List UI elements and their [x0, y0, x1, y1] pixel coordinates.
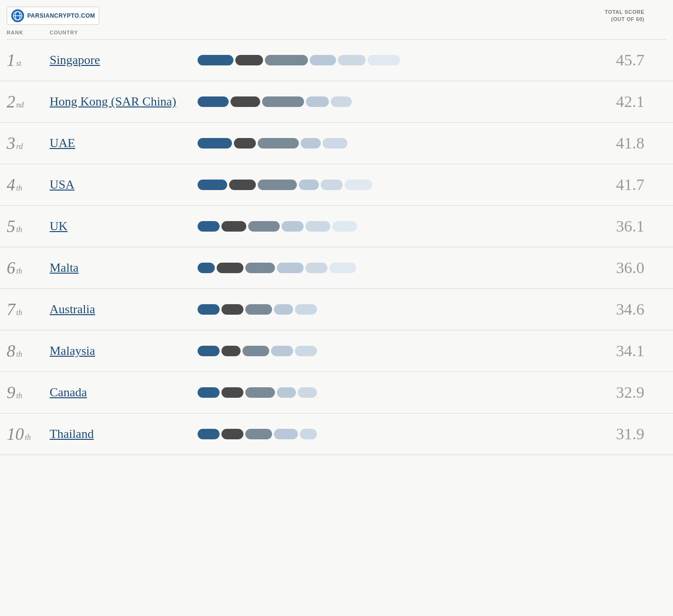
country-name[interactable]: Canada — [50, 384, 183, 401]
table-row: 5thUK36.1 — [0, 206, 673, 247]
total-score: 36.1 — [601, 217, 644, 235]
bar-segment-4 — [274, 304, 293, 315]
country-name[interactable]: USA — [50, 177, 183, 193]
rank-cell: 3rd — [7, 133, 50, 153]
rank-cell: 5th — [7, 216, 50, 236]
bar-segment-4 — [271, 346, 293, 356]
rank-column-header: RANK — [7, 30, 50, 35]
bar-segment-1 — [198, 304, 220, 315]
bar-segment-2 — [221, 304, 243, 315]
bar-segment-2 — [234, 138, 256, 149]
score-bar — [183, 429, 601, 439]
country-name[interactable]: Malta — [50, 260, 183, 276]
bar-segment-1 — [198, 96, 229, 107]
column-headers: RANK COUNTRY — [0, 28, 673, 39]
score-bar — [183, 304, 601, 315]
country-name[interactable]: Thailand — [50, 426, 183, 442]
bar-segment-5 — [323, 138, 347, 149]
table-row: 1stSingapore45.7 — [0, 40, 673, 81]
bar-segment-3 — [245, 304, 272, 315]
bar-segment-5 — [331, 96, 352, 107]
total-score: 41.7 — [601, 176, 644, 194]
score-bar — [183, 221, 601, 232]
bar-segment-5 — [338, 55, 366, 65]
score-bar — [183, 96, 601, 107]
score-bar — [183, 138, 601, 149]
bar-segment-2 — [231, 96, 260, 107]
country-name[interactable]: Singapore — [50, 52, 183, 68]
logo[interactable]: PARSIANCRYPTO.COM — [7, 7, 99, 25]
table-row: 8thMalaysia34.1 — [0, 330, 673, 372]
bar-segment-1 — [198, 180, 227, 190]
bar-segment-5 — [300, 429, 317, 439]
bar-segment-4 — [306, 96, 329, 107]
total-score: 45.7 — [601, 51, 644, 69]
rank-cell: 6th — [7, 258, 50, 278]
country-name[interactable]: Australia — [50, 301, 183, 318]
table-row: 10thThailand31.9 — [0, 414, 673, 455]
bar-segment-1 — [198, 387, 220, 398]
total-score: 36.0 — [601, 259, 644, 277]
total-score: 34.6 — [601, 300, 644, 319]
bar-segment-3 — [258, 180, 297, 190]
score-bar — [183, 180, 601, 190]
bar-segment-1 — [198, 221, 220, 232]
score-bar — [183, 346, 601, 356]
total-score: 42.1 — [601, 93, 644, 111]
bar-segment-5 — [295, 346, 317, 356]
bar-segment-4 — [282, 221, 304, 232]
country-name[interactable]: UAE — [50, 135, 183, 151]
total-score: 32.9 — [601, 383, 644, 402]
bar-segment-3 — [262, 96, 304, 107]
rank-cell: 2nd — [7, 92, 50, 112]
score-bar — [183, 387, 601, 398]
country-name[interactable]: Malaysia — [50, 343, 183, 359]
bar-segment-5 — [298, 387, 317, 398]
bar-segment-4 — [277, 263, 304, 273]
bar-segment-3 — [258, 138, 299, 149]
bar-segment-2 — [229, 180, 256, 190]
bar-segment-3 — [248, 221, 280, 232]
bar-segment-2 — [221, 387, 243, 398]
rank-cell: 9th — [7, 382, 50, 403]
bar-segment-1 — [198, 55, 233, 65]
bar-segment-2 — [217, 263, 243, 273]
table-row: 3rdUAE41.8 — [0, 123, 673, 164]
page-header: PARSIANCRYPTO.COM TOTAL SCORE (OUT OF 60… — [0, 0, 673, 28]
table-row: 4thUSA41.7 — [0, 164, 673, 206]
logo-icon — [11, 9, 24, 22]
bar-segment-2 — [221, 429, 243, 439]
bar-segment-3 — [245, 387, 275, 398]
bar-segment-5 — [305, 221, 330, 232]
bar-segment-6 — [345, 180, 372, 190]
bar-segment-1 — [198, 138, 232, 149]
bar-segment-4 — [310, 55, 336, 65]
total-score: 31.9 — [601, 425, 644, 443]
table-row: 9thCanada32.9 — [0, 372, 673, 414]
table-row: 7thAustralia34.6 — [0, 289, 673, 330]
rank-cell: 4th — [7, 175, 50, 195]
bar-segment-4 — [299, 180, 319, 190]
bar-segment-2 — [221, 221, 246, 232]
bar-segment-3 — [245, 429, 272, 439]
bar-segment-6 — [329, 263, 356, 273]
country-name[interactable]: UK — [50, 218, 183, 234]
total-score: 34.1 — [601, 342, 644, 360]
bar-segment-5 — [305, 263, 327, 273]
country-name[interactable]: Hong Kong (SAR China) — [50, 94, 183, 110]
table-row: 6thMalta36.0 — [0, 247, 673, 289]
bar-segment-4 — [274, 429, 298, 439]
bar-segment-4 — [301, 138, 321, 149]
score-bar — [183, 263, 601, 273]
bar-segment-1 — [198, 346, 220, 356]
rank-cell: 1st — [7, 50, 50, 70]
bar-segment-2 — [235, 55, 263, 65]
bar-segment-3 — [242, 346, 269, 356]
bar-segment-5 — [321, 180, 343, 190]
logo-text: PARSIANCRYPTO.COM — [27, 12, 95, 19]
table-row: 2ndHong Kong (SAR China)42.1 — [0, 81, 673, 123]
rankings-list: 1stSingapore45.72ndHong Kong (SAR China)… — [0, 40, 673, 455]
total-score: 41.8 — [601, 134, 644, 152]
score-bar — [183, 55, 601, 65]
rank-cell: 8th — [7, 341, 50, 361]
